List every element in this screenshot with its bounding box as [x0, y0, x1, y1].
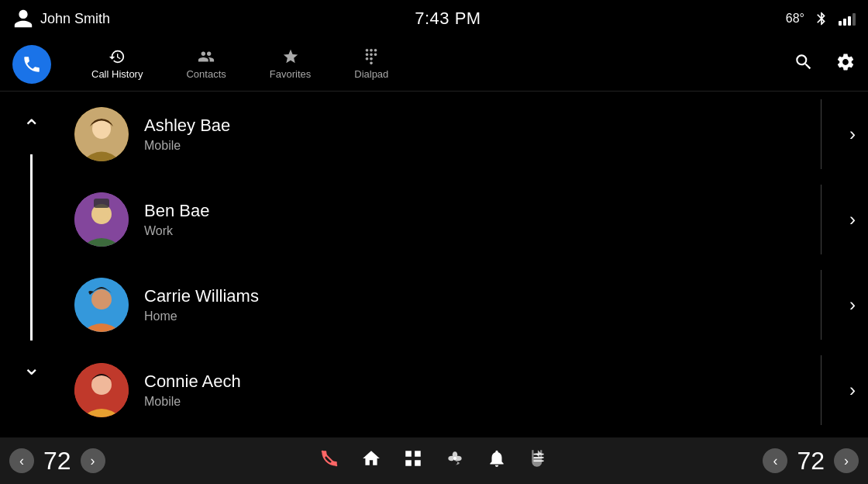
status-right: 68°: [786, 11, 856, 26]
temp-control-left: ‹ 72 ›: [9, 447, 105, 475]
contact-item-ben-bae[interactable]: Ben Bae Work ›: [62, 177, 868, 262]
tab-dialpad-label: Dialpad: [354, 68, 388, 80]
scroll-controls: ⌃ ⌄: [0, 92, 62, 437]
svg-point-8: [91, 289, 112, 309]
bell-icon[interactable]: [487, 448, 507, 473]
tab-contacts[interactable]: Contacts: [164, 42, 247, 86]
settings-button[interactable]: [835, 52, 856, 77]
main-content: ⌃ ⌄ Ashley Bae Mobile ›: [0, 92, 868, 437]
contact-divider: [821, 185, 822, 254]
search-button[interactable]: [794, 52, 814, 77]
contact-name-ashley-bae: Ashley Bae: [144, 116, 834, 136]
nav-tabs: Call History Contacts Favorites Dialpad: [70, 42, 794, 86]
tab-favorites[interactable]: Favorites: [248, 42, 332, 86]
svg-rect-6: [94, 199, 109, 208]
contact-item-craig-anderson[interactable]: Craig Anderson ›: [62, 433, 868, 437]
contact-divider: [821, 270, 822, 340]
scroll-up-button[interactable]: ⌃: [15, 107, 48, 148]
contact-name-connie-aech: Connie Aech: [144, 372, 834, 392]
avatar-connie-aech: [74, 363, 129, 417]
scroll-track: [30, 154, 33, 341]
contact-info-carrie-williams: Carrie Williams Home: [144, 286, 834, 323]
contact-type-carrie-williams: Home: [144, 309, 834, 323]
fan-icon[interactable]: [445, 448, 465, 473]
bottom-center-icons: [319, 448, 549, 473]
nav-bar: Call History Contacts Favorites Dialpad: [0, 37, 868, 92]
tab-call-history-label: Call History: [91, 68, 143, 80]
contact-type-ashley-bae: Mobile: [144, 139, 834, 153]
temp-increase-left-button[interactable]: ›: [81, 448, 105, 473]
temperature-display: 68°: [786, 12, 804, 26]
chevron-right-icon: ›: [849, 379, 856, 401]
chevron-right-icon: ›: [849, 294, 856, 316]
scroll-down-button[interactable]: ⌄: [15, 347, 48, 388]
avatar-ashley-bae: [74, 107, 129, 161]
contact-type-ben-bae: Work: [144, 224, 834, 238]
bottom-bar: ‹ 72 ›: [0, 437, 868, 484]
tab-contacts-label: Contacts: [186, 68, 226, 80]
contact-info-ashley-bae: Ashley Bae Mobile: [144, 116, 834, 153]
chevron-right-icon: ›: [849, 209, 856, 230]
active-call-icon[interactable]: [319, 448, 339, 473]
avatar-carrie-williams: [74, 278, 129, 332]
contact-divider: [821, 99, 822, 169]
contact-item-carrie-williams[interactable]: Carrie Williams Home ›: [62, 262, 868, 347]
signal-icon: [839, 12, 856, 26]
contact-type-connie-aech: Mobile: [144, 395, 834, 409]
status-time: 7:43 PM: [415, 9, 480, 29]
tab-call-history[interactable]: Call History: [70, 42, 164, 86]
chevron-right-icon: ›: [849, 123, 856, 145]
temp-control-right: ‹ 72 ›: [763, 447, 859, 475]
heat-icon[interactable]: [529, 448, 549, 473]
person-icon: [12, 8, 34, 29]
grid-icon[interactable]: [403, 448, 423, 473]
contact-info-ben-bae: Ben Bae Work: [144, 201, 834, 238]
temp-value-left: 72: [37, 447, 78, 475]
tab-favorites-label: Favorites: [270, 68, 311, 80]
temp-decrease-right-button[interactable]: ‹: [763, 448, 787, 473]
home-icon[interactable]: [361, 448, 381, 473]
status-bar: John Smith 7:43 PM 68°: [0, 0, 868, 37]
temp-increase-right-button[interactable]: ›: [834, 448, 859, 473]
contact-list: Ashley Bae Mobile › Ben Bae Work: [62, 92, 868, 437]
user-name: John Smith: [40, 11, 110, 27]
status-left: John Smith: [12, 8, 110, 29]
nav-actions: [794, 52, 856, 77]
temp-decrease-left-button[interactable]: ‹: [9, 448, 34, 473]
temp-value-right: 72: [790, 447, 831, 475]
contact-item-connie-aech[interactable]: Connie Aech Mobile ›: [62, 347, 868, 433]
contact-name-ben-bae: Ben Bae: [144, 201, 834, 221]
tab-dialpad[interactable]: Dialpad: [332, 42, 410, 86]
contact-name-carrie-williams: Carrie Williams: [144, 286, 834, 306]
contact-item-ashley-bae[interactable]: Ashley Bae Mobile ›: [62, 92, 868, 177]
bluetooth-icon: [814, 11, 829, 26]
avatar-ben-bae: [74, 192, 129, 247]
contact-info-connie-aech: Connie Aech Mobile: [144, 372, 834, 409]
phone-button[interactable]: [12, 45, 51, 84]
contact-divider: [821, 355, 822, 425]
